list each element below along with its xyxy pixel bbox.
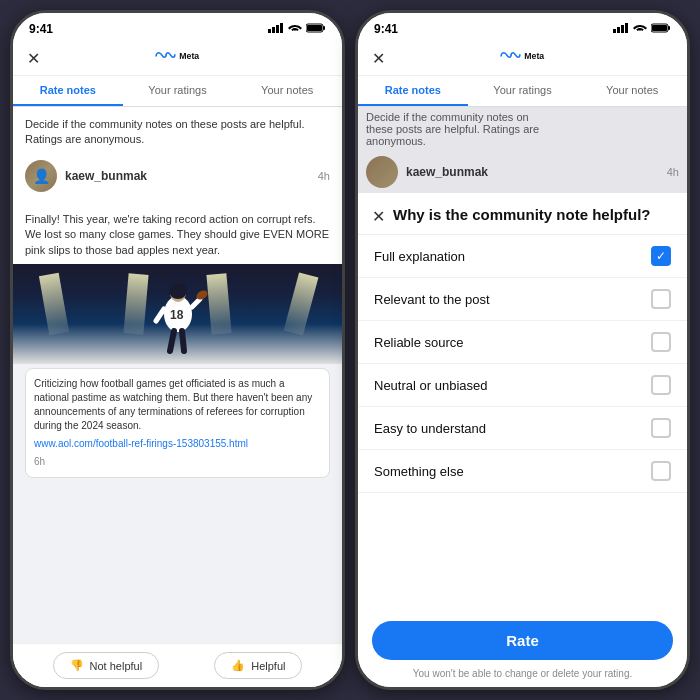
left-status-time: 9:41 [29,22,53,36]
right-tabs: Rate notes Your ratings Your notes [358,76,687,107]
svg-line-15 [170,331,174,351]
rate-disclaimer: You won't be able to change or delete yo… [358,664,687,687]
option-easy-checkbox[interactable] [651,418,671,438]
svg-rect-0 [268,29,271,33]
svg-line-12 [156,309,164,321]
left-close-button[interactable]: ✕ [27,49,40,68]
svg-rect-3 [280,23,283,33]
svg-text:18: 18 [170,308,184,322]
helpful-icon: 👍 [231,659,245,672]
right-bg-user-row: kaew_bunmak 4h [358,151,687,193]
modal-close-button[interactable]: ✕ [372,207,385,226]
right-close-button[interactable]: ✕ [372,49,385,68]
right-status-icons [613,23,671,35]
rate-button[interactable]: Rate [372,621,673,660]
right-status-time: 9:41 [374,22,398,36]
tab-your-ratings[interactable]: Your ratings [123,76,233,106]
left-username: kaew_bunmak [65,169,310,183]
right-bg-timestamp: 4h [667,166,679,178]
option-easy-label: Easy to understand [374,421,486,436]
left-post-text: Finally! This year, we're taking record … [13,206,342,264]
right-bg-description: Decide if the community notes on these p… [366,111,554,147]
option-easy-to-understand[interactable]: Easy to understand [358,407,687,450]
helpful-modal: ✕ Why is the community note helpful? Ful… [358,193,687,687]
light-beam-3 [206,273,231,335]
signal-icon [268,23,284,35]
left-avatar-image: 👤 [25,160,57,192]
right-bg-username: kaew_bunmak [406,165,659,179]
left-content: Decide if the community notes on these p… [13,107,342,687]
svg-rect-2 [276,25,279,33]
left-user-row: 👤 kaew_bunmak 4h [25,156,330,196]
right-meta-logo: Meta [498,47,548,69]
left-meta-logo: Meta [153,47,203,69]
right-status-bar: 9:41 [358,13,687,41]
left-status-bar: 9:41 [13,13,342,41]
svg-line-13 [192,299,200,307]
right-tab-your-notes[interactable]: Your notes [577,76,687,106]
left-tabs: Rate notes Your ratings Your notes [13,76,342,107]
right-phone: 9:41 ✕ Meta [355,10,690,690]
checkbox-list: Full explanation ✓ Relevant to the post … [358,235,687,611]
svg-text:Meta: Meta [179,51,199,61]
light-beam-2 [124,273,149,335]
left-description-area: Decide if the community notes on these p… [13,107,342,206]
light-beam-1 [39,273,69,336]
right-nav-bar: ✕ Meta [358,41,687,76]
svg-point-11 [169,283,187,299]
helpful-label: Helpful [251,660,285,672]
svg-rect-22 [668,26,670,30]
option-full-explanation[interactable]: Full explanation ✓ [358,235,687,278]
tab-rate-notes[interactable]: Rate notes [13,76,123,106]
svg-rect-5 [323,26,325,30]
left-note-time: 6h [34,455,321,469]
option-relevant-checkbox[interactable] [651,289,671,309]
svg-rect-17 [613,29,616,33]
right-signal-icon [613,23,629,35]
svg-rect-20 [625,23,628,33]
option-reliable-label: Reliable source [374,335,464,350]
svg-rect-23 [652,25,667,31]
rate-button-container: Rate [358,611,687,664]
right-bg-avatar [366,156,398,188]
player-svg: 18 [148,279,208,359]
left-action-bar: 👎 Not helpful 👍 Helpful [13,643,342,687]
left-description: Decide if the community notes on these p… [25,117,330,148]
modal-title: Why is the community note helpful? [393,205,673,225]
option-full-explanation-checkbox[interactable]: ✓ [651,246,671,266]
left-phone: 9:41 ✕ Meta [10,10,345,690]
battery-icon [306,23,326,35]
right-tab-rate-notes[interactable]: Rate notes [358,76,468,106]
option-neutral-label: Neutral or unbiased [374,378,487,393]
left-status-icons [268,23,326,35]
wifi-icon [288,23,302,35]
left-avatar: 👤 [25,160,57,192]
option-full-explanation-label: Full explanation [374,249,465,264]
right-wifi-icon [633,23,647,35]
svg-text:Meta: Meta [524,51,544,61]
svg-rect-6 [307,25,322,31]
svg-rect-19 [621,25,624,33]
left-nav-bar: ✕ Meta [13,41,342,76]
not-helpful-button[interactable]: 👎 Not helpful [53,652,160,679]
left-note-link[interactable]: www.aol.com/football-ref-firings-1538031… [34,437,321,451]
tab-your-notes[interactable]: Your notes [232,76,342,106]
option-reliable-source[interactable]: Reliable source [358,321,687,364]
svg-rect-18 [617,27,620,33]
svg-line-16 [182,331,184,351]
option-something-else[interactable]: Something else [358,450,687,493]
option-something-label: Something else [374,464,464,479]
option-reliable-checkbox[interactable] [651,332,671,352]
not-helpful-label: Not helpful [90,660,143,672]
option-neutral-unbiased[interactable]: Neutral or unbiased [358,364,687,407]
option-relevant-to-post[interactable]: Relevant to the post [358,278,687,321]
right-tab-your-ratings[interactable]: Your ratings [468,76,578,106]
helpful-button[interactable]: 👍 Helpful [214,652,302,679]
left-note-text: Criticizing how football games get offic… [34,378,312,431]
left-post-image: 18 [13,264,342,364]
not-helpful-icon: 👎 [70,659,84,672]
option-something-checkbox[interactable] [651,461,671,481]
option-neutral-checkbox[interactable] [651,375,671,395]
right-battery-icon [651,23,671,35]
right-bg-content: Decide if the community notes on these p… [358,107,687,151]
